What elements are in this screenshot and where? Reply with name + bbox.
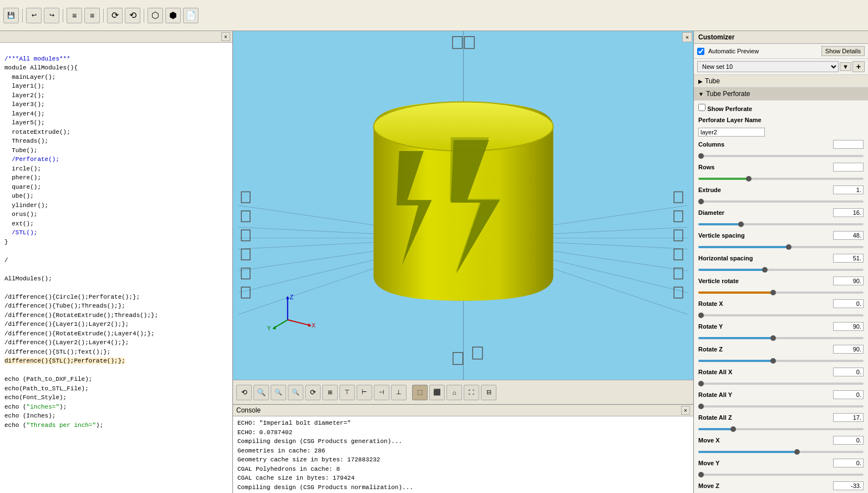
code-editor-panel: × /***All modules*** module AllModules()… — [0, 31, 233, 493]
rows-slider[interactable] — [698, 178, 864, 180]
rotate-all-x-label: Rotate All X — [698, 369, 833, 375]
console-content[interactable]: ECHO: "Imperial bolt diameter="ECHO: 0.0… — [233, 416, 693, 493]
move-y-input[interactable] — [833, 459, 864, 467]
rotate-z-input[interactable] — [833, 345, 864, 354]
console-line: CGAL cache size in bytes: 179424 — [237, 474, 689, 483]
vp-ortho-btn[interactable]: ⬚ — [412, 385, 428, 400]
customizer-panel: Customizer Automatic Preview Show Detail… — [693, 31, 868, 493]
move-x-slider[interactable] — [698, 451, 864, 453]
auto-preview-label: Automatic Preview — [708, 48, 759, 54]
rotate-all-z-slider[interactable] — [698, 428, 864, 430]
rotate-left-button[interactable]: ⟳ — [107, 8, 123, 23]
preview-button[interactable]: ⬡ — [148, 8, 163, 23]
columns-slider[interactable] — [698, 155, 864, 157]
rotate-z-row: Rotate Z — [694, 343, 868, 355]
code-panel-close[interactable]: × — [221, 32, 230, 41]
rotate-all-x-slider[interactable] — [698, 383, 864, 385]
save-button[interactable]: 💾 — [3, 8, 19, 23]
rotate-all-x-input[interactable] — [833, 368, 864, 376]
columns-row: Columns — [694, 138, 868, 150]
separator-3 — [103, 9, 104, 22]
rows-slider-row — [694, 173, 868, 184]
rotate-all-z-input[interactable] — [833, 413, 864, 422]
set-selector[interactable]: New set 10 — [697, 61, 839, 72]
move-z-input[interactable] — [833, 481, 864, 490]
rotate-all-y-row: Rotate All Y — [694, 389, 868, 401]
rotate-y-slider[interactable] — [698, 337, 864, 339]
move-z-row: Move Z — [694, 480, 868, 492]
separator-4 — [144, 9, 144, 22]
vp-all-btn[interactable]: ⊞ — [322, 385, 338, 400]
rotate-all-z-slider-row — [694, 424, 868, 434]
vp-zoom-out-btn[interactable]: 🔍 — [288, 385, 303, 400]
console-close-button[interactable]: × — [681, 406, 690, 415]
rotate-all-y-slider[interactable] — [698, 405, 864, 408]
move-y-slider-row — [694, 469, 868, 480]
vp-bottom-btn[interactable]: ⊥ — [391, 385, 407, 400]
move-y-label: Move Y — [698, 460, 833, 466]
perforate-layer-name-input[interactable] — [698, 128, 765, 137]
tube-group-header[interactable]: ▶ Tube — [694, 75, 868, 88]
rotate-z-slider[interactable] — [698, 360, 864, 362]
console-line: Geometry cache size in bytes: 172883232 — [237, 455, 689, 465]
diameter-slider[interactable] — [698, 223, 864, 225]
vp-zoom-in-btn[interactable]: 🔍 — [271, 385, 286, 400]
horizontal-spacing-slider[interactable] — [698, 269, 864, 271]
move-x-row: Move X — [694, 434, 868, 446]
console-header: Console × — [233, 405, 693, 416]
horizontal-spacing-input[interactable] — [833, 254, 864, 263]
move-x-input[interactable] — [833, 436, 864, 445]
verticle-rotate-slider[interactable] — [698, 291, 864, 294]
rotate-all-z-row: Rotate All Z — [694, 411, 868, 424]
tube-perforate-group-header[interactable]: ▼ Tube Perforate — [694, 88, 868, 100]
vp-persp-btn[interactable]: ⬛ — [429, 385, 445, 400]
verticle-spacing-input[interactable] — [833, 231, 864, 240]
unindent-button[interactable]: ≡ — [84, 8, 100, 23]
viewport-close-button[interactable]: × — [682, 32, 692, 42]
console-panel: Console × ECHO: "Imperial bolt diameter=… — [233, 404, 693, 493]
viewport-canvas[interactable]: Z X Y — [233, 31, 693, 380]
vp-grid-btn[interactable]: ⊟ — [481, 385, 496, 400]
rotate-x-slider[interactable] — [698, 314, 864, 316]
rotate-y-input[interactable] — [833, 322, 864, 331]
diameter-input[interactable] — [833, 208, 864, 217]
set-dropdown-button[interactable]: ▼ — [840, 62, 851, 71]
rotate-all-y-slider-row — [694, 401, 868, 411]
extrude-input[interactable] — [833, 185, 864, 194]
auto-preview-checkbox[interactable] — [697, 48, 704, 55]
vp-home-btn[interactable]: ⌂ — [446, 385, 462, 400]
extrude-slider[interactable] — [698, 200, 864, 203]
move-y-slider[interactable] — [698, 474, 864, 476]
set-add-button[interactable]: + — [852, 61, 865, 72]
vp-top-btn[interactable]: ⊤ — [339, 385, 355, 400]
columns-input[interactable] — [833, 140, 864, 149]
rotate-x-input[interactable] — [833, 299, 864, 308]
rotate-y-slider-row — [694, 333, 868, 343]
redo-button[interactable]: ↪ — [44, 8, 59, 23]
vp-right-btn[interactable]: ⊣ — [374, 385, 389, 400]
show-perforate-checkbox[interactable] — [698, 104, 705, 111]
undo-button[interactable]: ↩ — [26, 8, 42, 23]
vp-zoom-window-btn[interactable]: 🔍 — [253, 385, 269, 400]
render-button[interactable]: ⬢ — [165, 8, 181, 23]
code-editor-content[interactable]: /***All modules*** module AllModules(){ … — [0, 43, 232, 493]
console-line: ECHO: "Imperial bolt diameter=" — [237, 419, 689, 428]
rotate-right-button[interactable]: ⟲ — [125, 8, 140, 23]
stl-button[interactable]: 📄 — [183, 8, 199, 23]
rows-input[interactable] — [833, 163, 864, 172]
verticle-rotate-input[interactable] — [833, 276, 864, 285]
console-line: ECHO: 0.0787402 — [237, 428, 689, 437]
verticle-spacing-slider[interactable] — [698, 246, 864, 248]
vp-fit-btn[interactable]: ⛶ — [464, 385, 479, 400]
extrude-slider-row — [694, 196, 868, 207]
code-panel-header: × — [0, 31, 232, 43]
move-z-label: Move Z — [698, 482, 833, 489]
verticle-spacing-row: Verticle spacing — [694, 229, 868, 242]
vp-rotate-btn[interactable]: ⟲ — [236, 385, 252, 400]
rotate-all-y-input[interactable] — [833, 390, 864, 399]
vp-reset-btn[interactable]: ⟳ — [305, 385, 321, 400]
show-details-button[interactable]: Show Details — [821, 46, 865, 56]
set-row: New set 10 ▼ + — [694, 59, 868, 75]
indent-button[interactable]: ≡ — [67, 8, 82, 23]
vp-front-btn[interactable]: ⊢ — [357, 385, 372, 400]
